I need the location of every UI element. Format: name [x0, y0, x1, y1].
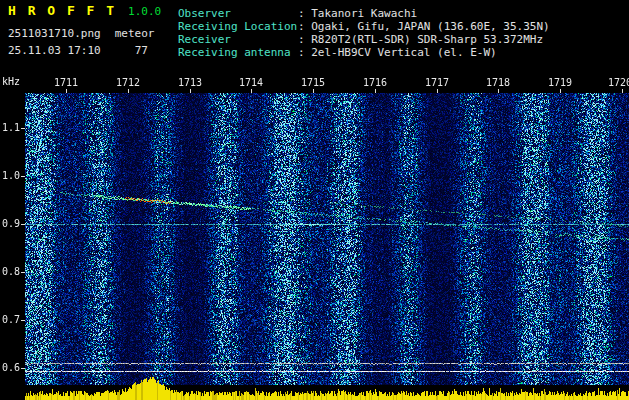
freq-tick-label: 0.6 — [2, 362, 20, 373]
spectrogram-canvas — [0, 75, 629, 400]
station-info-block: Observer : Takanori Kawachi Receiving Lo… — [178, 0, 629, 75]
time-tick-label: 1719 — [548, 77, 572, 88]
app-version: 1.0.0 — [128, 5, 161, 18]
info-label: Observer — [178, 7, 298, 20]
header-bar: H R O F F T 1.0.0 2511031710.png meteor … — [0, 0, 629, 75]
info-value: : 2el-HB9CV Vertical (el. E-W) — [298, 46, 497, 59]
info-label: Receiver — [178, 33, 298, 46]
time-row: 25.11.03 17:10 77 — [8, 44, 178, 57]
info-label: Receiving antenna — [178, 46, 298, 59]
time-tick-label: 1720 — [608, 77, 629, 88]
timestamp: 25.11.03 17:10 — [8, 44, 101, 57]
info-value: : Ogaki, Gifu, JAPAN (136.60E, 35.35N) — [298, 20, 550, 33]
info-label: Receiving Location — [178, 20, 298, 33]
freq-unit-label: kHz — [2, 76, 20, 87]
time-tick-label: 1713 — [178, 77, 202, 88]
time-tick-label: 1715 — [301, 77, 325, 88]
info-row-location: Receiving Location : Ogaki, Gifu, JAPAN … — [178, 20, 629, 33]
freq-tick-label: 0.8 — [2, 266, 20, 277]
freq-tick-label: 0.7 — [2, 314, 20, 325]
mode-label: meteor — [115, 27, 155, 40]
info-row-antenna: Receiving antenna : 2el-HB9CV Vertical (… — [178, 46, 629, 59]
hrofft-window: H R O F F T 1.0.0 2511031710.png meteor … — [0, 0, 629, 400]
freq-tick-label: 1.0 — [2, 170, 20, 181]
title-row: H R O F F T 1.0.0 — [8, 3, 178, 18]
time-tick-label: 1712 — [116, 77, 140, 88]
app-title: H R O F F T — [8, 3, 116, 18]
time-tick-label: 1717 — [425, 77, 449, 88]
info-row-receiver: Receiver : R820T2(RTL-SDR) SDR-Sharp 53.… — [178, 33, 629, 46]
info-value: : Takanori Kawachi — [298, 7, 417, 20]
app-info-block: H R O F F T 1.0.0 2511031710.png meteor … — [0, 0, 178, 75]
time-tick-label: 1716 — [363, 77, 387, 88]
info-row-observer: Observer : Takanori Kawachi — [178, 7, 629, 20]
freq-tick-label: 0.9 — [2, 218, 20, 229]
freq-tick-label: 1.1 — [2, 122, 20, 133]
output-filename: 2511031710.png — [8, 27, 101, 40]
info-value: : R820T2(RTL-SDR) SDR-Sharp 53.372MHz — [298, 33, 543, 46]
echo-count: 77 — [135, 44, 148, 57]
time-tick-label: 1714 — [239, 77, 263, 88]
spectrogram-panel: kHz 1.1 1.0 0.9 0.8 0.7 0.6 1711 1712 17… — [0, 75, 629, 400]
file-row: 2511031710.png meteor — [8, 27, 178, 40]
time-tick-label: 1718 — [486, 77, 510, 88]
time-tick-label: 1711 — [54, 77, 78, 88]
